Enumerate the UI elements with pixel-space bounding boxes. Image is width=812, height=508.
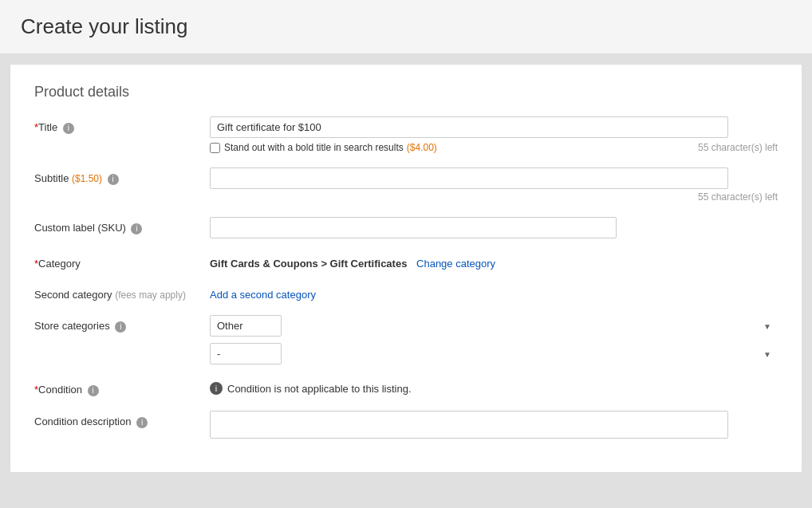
store-cat-select1[interactable]: Other Option 2	[210, 315, 282, 337]
condition-desc-input[interactable]	[210, 411, 728, 439]
store-cat-select2[interactable]: - Option 2	[210, 343, 282, 364]
bold-title-char-count: 55 character(s) left	[698, 142, 778, 153]
store-cat-select1-arrow: ▼	[763, 321, 771, 330]
title-required-star: *	[34, 121, 38, 133]
subtitle-cost: ($1.50)	[72, 173, 102, 184]
subtitle-label: Subtitle ($1.50) i	[34, 167, 210, 185]
second-category-note: (fees may apply)	[115, 289, 186, 301]
store-cat-select2-wrapper: - Option 2 ▼	[210, 343, 778, 364]
condition-label: *Condition i	[34, 379, 210, 396]
page-title: Create your listing	[21, 14, 791, 39]
category-row: *Category Gift Cards & Coupons > Gift Ce…	[34, 253, 778, 270]
bold-title-row: Stand out with a bold title in search re…	[210, 142, 778, 153]
title-label: *Title i	[34, 116, 210, 134]
custom-label-row: Custom label (SKU) i	[34, 217, 778, 238]
second-category-field: Add a second category	[210, 284, 778, 301]
second-category-row: Second category (fees may apply) Add a s…	[34, 284, 778, 301]
subtitle-info-icon[interactable]: i	[108, 174, 119, 185]
bold-title-label: Stand out with a bold title in search re…	[224, 142, 404, 153]
condition-desc-field	[210, 411, 778, 439]
bold-title-cost: ($4.00)	[407, 142, 437, 153]
store-categories-field: Other Option 2 ▼ - Option 2 ▼	[210, 315, 778, 364]
condition-field: i Condition is not applicable to this li…	[210, 379, 778, 395]
category-field: Gift Cards & Coupons > Gift Certificates…	[210, 253, 778, 270]
custom-label-field	[210, 217, 778, 238]
condition-info-blue-icon: i	[210, 382, 223, 395]
subtitle-input[interactable]	[210, 167, 728, 189]
bold-title-checkbox[interactable]	[210, 143, 220, 153]
add-second-category-link[interactable]: Add a second category	[210, 284, 316, 301]
change-category-link[interactable]: Change category	[416, 258, 495, 270]
custom-label-input[interactable]	[210, 217, 617, 238]
category-required-star: *	[34, 258, 38, 270]
store-cat-select2-arrow: ▼	[763, 349, 771, 358]
condition-desc-label: Condition description i	[34, 411, 210, 428]
condition-row: *Condition i i Condition is not applicab…	[34, 379, 778, 396]
store-categories-row: Store categories i Other Option 2 ▼ - Op…	[34, 315, 778, 364]
store-cat-select1-wrapper: Other Option 2 ▼	[210, 315, 778, 337]
custom-label-label: Custom label (SKU) i	[34, 217, 210, 234]
condition-desc-info-icon[interactable]: i	[136, 417, 148, 428]
title-info-icon[interactable]: i	[63, 123, 74, 134]
subtitle-field: 55 character(s) left	[210, 167, 778, 203]
second-category-label: Second category (fees may apply)	[34, 284, 210, 301]
category-value: Gift Cards & Coupons > Gift Certificates	[210, 258, 407, 270]
title-input[interactable]	[210, 116, 728, 138]
condition-required-star: *	[34, 384, 38, 396]
condition-desc-row: Condition description i	[34, 411, 778, 439]
condition-info-icon[interactable]: i	[88, 385, 99, 396]
title-row: *Title i Stand out with a bold title in …	[34, 116, 778, 153]
subtitle-row: Subtitle ($1.50) i 55 character(s) left	[34, 167, 778, 203]
condition-note: Condition is not applicable to this list…	[227, 383, 412, 395]
main-content: Product details *Title i Stand out with …	[10, 64, 802, 473]
store-cat-selects: Other Option 2 ▼ - Option 2 ▼	[210, 315, 778, 364]
section-title: Product details	[34, 84, 778, 100]
store-categories-info-icon[interactable]: i	[115, 321, 126, 333]
store-categories-label: Store categories i	[34, 315, 210, 333]
page-header: Create your listing	[0, 0, 812, 54]
custom-label-info-icon[interactable]: i	[131, 223, 142, 234]
category-label: *Category	[34, 253, 210, 270]
subtitle-char-count: 55 character(s) left	[210, 191, 778, 203]
title-field: Stand out with a bold title in search re…	[210, 116, 778, 153]
